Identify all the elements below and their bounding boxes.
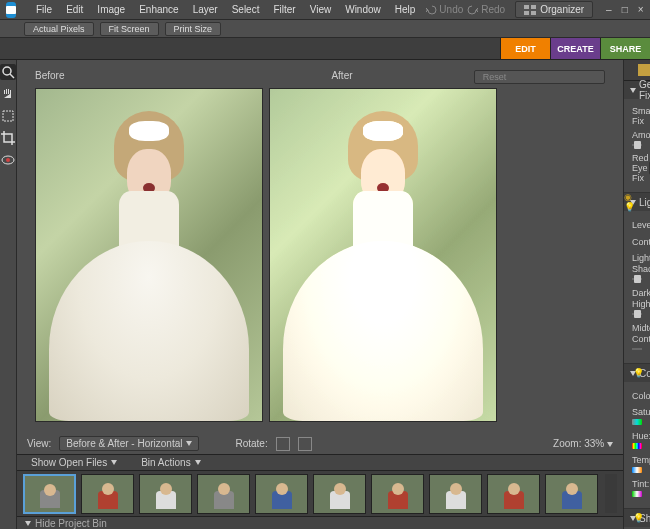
- bulb-icon: ◉ 💡: [624, 192, 644, 212]
- menu-window[interactable]: Window: [339, 2, 387, 17]
- thumbnail-scrollbar[interactable]: [605, 474, 617, 514]
- view-bar: View: Before & After - Horizontal Rotate…: [17, 434, 623, 454]
- chevron-down-icon: [195, 460, 201, 465]
- menubar: File Edit Image Enhance Layer Select Fil…: [30, 2, 421, 17]
- menu-layer[interactable]: Layer: [187, 2, 224, 17]
- print-size-button[interactable]: Print Size: [165, 22, 222, 36]
- organizer-button[interactable]: Organizer: [515, 1, 593, 18]
- svg-rect-3: [531, 11, 536, 15]
- section-header-color[interactable]: Color💡: [624, 364, 650, 382]
- undo-redo-group: Undo Redo: [425, 4, 505, 16]
- show-open-files-dropdown[interactable]: Show Open Files: [25, 456, 123, 469]
- bulb-icon: 💡: [633, 368, 644, 378]
- menu-file[interactable]: File: [30, 2, 58, 17]
- selection-tool-icon[interactable]: [0, 108, 16, 124]
- tool-column: [0, 60, 17, 529]
- redo-button[interactable]: Redo: [467, 4, 505, 16]
- after-label: After: [331, 70, 462, 84]
- menu-filter[interactable]: Filter: [267, 2, 301, 17]
- hide-project-bin[interactable]: Hide Project Bin: [35, 518, 107, 529]
- view-mode-dropdown[interactable]: Before & After - Horizontal: [59, 436, 199, 451]
- chevron-down-icon: [186, 441, 192, 446]
- bulb-icon: 💡: [633, 513, 644, 523]
- maximize-button[interactable]: □: [619, 4, 631, 15]
- chevron-down-icon[interactable]: [607, 442, 613, 447]
- actual-pixels-button[interactable]: Actual Pixels: [24, 22, 94, 36]
- hue-slider[interactable]: [632, 443, 642, 449]
- thumbnail[interactable]: [545, 474, 598, 514]
- saturation-label: Saturation:: [632, 407, 650, 417]
- redeye-tool-icon[interactable]: [0, 152, 16, 168]
- midtone-contrast-label: Midtone Contrast:: [632, 323, 650, 344]
- menu-select[interactable]: Select: [226, 2, 266, 17]
- thumbnail[interactable]: [313, 474, 366, 514]
- hand-tool-icon[interactable]: [0, 86, 16, 102]
- tint-label: Tint:: [632, 479, 649, 489]
- saturation-slider[interactable]: [632, 419, 642, 425]
- subtab-full[interactable]: Full: [630, 60, 650, 80]
- chevron-down-icon: [111, 460, 117, 465]
- footer-bar: Hide Project Bin: [17, 516, 623, 529]
- app-logo-icon[interactable]: [6, 2, 16, 18]
- menu-help[interactable]: Help: [389, 2, 422, 17]
- view-label: View:: [27, 438, 51, 449]
- undo-button[interactable]: Undo: [425, 4, 463, 16]
- close-button[interactable]: ×: [635, 4, 647, 15]
- thumbnail[interactable]: [81, 474, 134, 514]
- tab-create[interactable]: CREATE: [550, 38, 600, 59]
- darken-highlights-slider[interactable]: [632, 311, 642, 317]
- before-image: [35, 88, 263, 422]
- crop-tool-icon[interactable]: [0, 130, 16, 146]
- tab-edit[interactable]: EDIT: [500, 38, 550, 59]
- section-header-sharpen[interactable]: Sharpen💡: [624, 509, 650, 527]
- menu-edit[interactable]: Edit: [60, 2, 89, 17]
- color-section: Color💡 Color:Auto Saturation: Hue: Tempe…: [624, 364, 650, 509]
- contrast-label: Contrast:: [632, 237, 650, 247]
- tint-slider[interactable]: [632, 491, 642, 497]
- darken-highlights-label: Darken Highlights:: [632, 288, 650, 309]
- menubar-row: File Edit Image Enhance Layer Select Fil…: [0, 0, 650, 20]
- rotate-ccw-button[interactable]: [276, 437, 290, 451]
- organizer-label: Organizer: [540, 4, 584, 15]
- fit-screen-button[interactable]: Fit Screen: [100, 22, 159, 36]
- chevron-down-icon[interactable]: [25, 521, 31, 526]
- thumbnail[interactable]: [197, 474, 250, 514]
- thumbnail[interactable]: [255, 474, 308, 514]
- color-label: Color:: [632, 391, 650, 401]
- thumbnail[interactable]: [429, 474, 482, 514]
- right-panel: Full Quick Guided General Fixes Smart Fi…: [623, 60, 650, 529]
- lighting-section: Lighting◉ 💡 Levels:Auto Contrast:Auto Li…: [624, 193, 650, 364]
- section-header-general[interactable]: General Fixes: [624, 81, 650, 99]
- thumbnail[interactable]: [23, 474, 76, 514]
- svg-point-4: [3, 67, 11, 75]
- redo-label: Redo: [481, 4, 505, 15]
- sharpen-section: Sharpen💡 Sharpen:Auto Amount: [624, 509, 650, 529]
- hue-label: Hue:: [632, 431, 650, 441]
- midtone-contrast-slider[interactable]: [632, 346, 642, 352]
- svg-rect-9: [638, 64, 650, 76]
- temperature-slider[interactable]: [632, 467, 642, 473]
- menu-view[interactable]: View: [304, 2, 338, 17]
- canvas-area: Before After Reset: [17, 60, 623, 434]
- thumbnail[interactable]: [487, 474, 540, 514]
- zoom-tool-icon[interactable]: [0, 64, 16, 80]
- lighten-shadows-slider[interactable]: [632, 276, 642, 282]
- menu-enhance[interactable]: Enhance: [133, 2, 184, 17]
- menu-image[interactable]: Image: [91, 2, 131, 17]
- bin-actions-dropdown[interactable]: Bin Actions: [135, 456, 206, 469]
- reset-button[interactable]: Reset: [474, 70, 605, 84]
- thumbnail[interactable]: [371, 474, 424, 514]
- project-bin-thumbs: [17, 470, 623, 517]
- bin-bar: Show Open Files Bin Actions: [17, 454, 623, 470]
- rotate-cw-button[interactable]: [298, 437, 312, 451]
- section-header-lighting[interactable]: Lighting◉ 💡: [624, 193, 650, 211]
- center-area: Before After Reset View: Before & After …: [17, 60, 623, 529]
- tab-share[interactable]: SHARE: [600, 38, 650, 59]
- thumbnail[interactable]: [139, 474, 192, 514]
- view-mode-value: Before & After - Horizontal: [66, 438, 182, 449]
- minimize-button[interactable]: –: [603, 4, 615, 15]
- svg-line-5: [10, 74, 14, 78]
- smartfix-amount-slider[interactable]: [632, 142, 642, 148]
- zoom-value: 33%: [584, 438, 604, 449]
- general-fixes-section: General Fixes Smart FixAuto Amount Red E…: [624, 81, 650, 193]
